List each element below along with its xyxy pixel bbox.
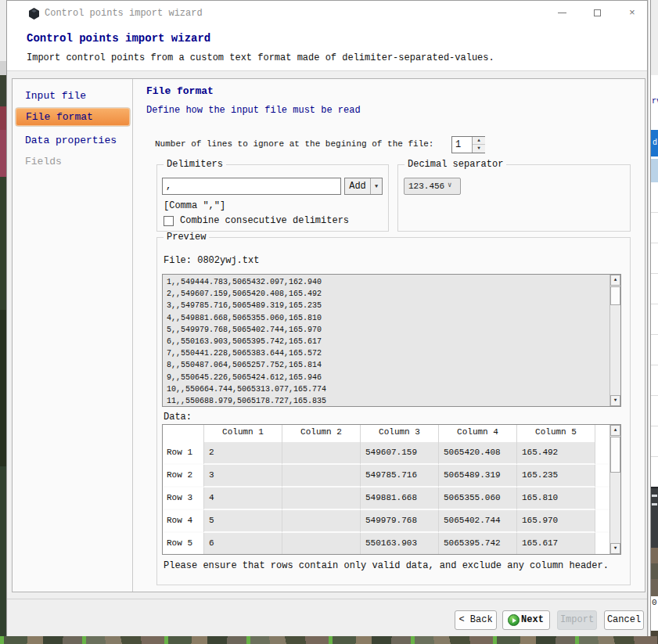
spinner-up-icon[interactable]: ▲ (473, 137, 485, 145)
titlebar[interactable]: Control points import wizard × (7, 1, 647, 26)
table-cell: 5065355.060 (439, 487, 517, 510)
table-cell (282, 510, 361, 533)
parsed-data-table[interactable]: Column 1 Column 2 Column 3 Column 4 Colu… (162, 424, 621, 555)
sidebar-item-data-properties[interactable]: Data properties (25, 135, 117, 146)
next-button-label: Next (521, 614, 544, 625)
combine-delimiters-checkbox[interactable] (164, 216, 174, 226)
table-scrollbar[interactable]: ▲ ▼ (609, 425, 620, 554)
column-header: Column 4 (439, 425, 517, 442)
column-header: Column 5 (517, 425, 595, 442)
background-selected-row: d (651, 130, 658, 157)
row-label: Row 2 (163, 465, 204, 487)
table-cell: 550163.903 (361, 533, 439, 554)
ignore-lines-value: 1 (455, 139, 461, 150)
cancel-button[interactable]: Cancel (604, 610, 644, 630)
raw-file-preview[interactable]: 1,,549444.783,5065432.097,162.940 2,,549… (162, 274, 621, 407)
table-corner-cell (163, 425, 204, 442)
decimal-separator-dropdown[interactable]: 123.456 ∨ (404, 178, 461, 195)
preview-line: 7,,550441.228,5065383.644,165.572 (167, 347, 609, 359)
preview-line: 10,,550664.744,5065313.077,165.774 (167, 383, 609, 395)
table-row: Row 2 3 549785.716 5065489.319 165.235 (163, 465, 609, 487)
background-text-fragment: rv (652, 97, 658, 106)
decimal-separator-group-label: Decimal separator (405, 159, 506, 170)
ignore-lines-spinner[interactable]: 1 ▲ ▼ (451, 136, 485, 153)
maximize-button[interactable] (586, 5, 608, 22)
table-row: Row 3 4 549881.668 5065355.060 165.810 (163, 487, 609, 510)
background-photo-thumbnail (651, 548, 658, 596)
table-cell: 5 (204, 510, 282, 533)
ignore-lines-label: Number of lines to ignore at the beginin… (155, 139, 433, 149)
row-label: Row 3 (163, 487, 204, 510)
scroll-up-icon[interactable]: ▲ (610, 275, 620, 286)
background-thumbnail-strip (0, 636, 658, 644)
maximize-icon (594, 9, 601, 16)
file-format-page: File format Define how the input file mu… (133, 79, 646, 592)
wizard-header: Control points import wizard Import cont… (7, 26, 647, 71)
window-title: Control points import wizard (45, 8, 203, 19)
table-header-row: Column 1 Column 2 Column 3 Column 4 Colu… (163, 425, 609, 442)
preview-line: 8,,550487.064,5065257.752,165.814 (167, 359, 609, 371)
table-cell (282, 487, 361, 510)
table-row: Row 1 2 549607.159 5065420.408 165.492 (163, 442, 609, 465)
scroll-down-icon[interactable]: ▼ (610, 543, 620, 554)
preview-line: 3,,549785.716,5065489.319,165.235 (167, 300, 609, 311)
wizard-subtitle: Import control points from a custom text… (27, 52, 494, 63)
preview-line: 4,,549881.668,5065355.060,165.810 (167, 312, 609, 324)
raw-file-lines: 1,,549444.783,5065432.097,162.940 2,,549… (163, 275, 609, 406)
wizard-steps-sidebar: Input file File format Data properties F… (13, 79, 133, 592)
table-scrollbar-thumb[interactable] (610, 437, 620, 473)
preview-groupbox: Preview File: 0802ywj.txt 1,,549444.783,… (156, 237, 631, 585)
close-button[interactable]: × (621, 5, 643, 22)
table-cell: 6 (204, 533, 282, 554)
table-cell: 549881.668 (361, 487, 439, 510)
add-delimiter-button[interactable]: Add ▼ (344, 178, 383, 195)
table-cell: 549979.768 (361, 510, 439, 533)
decimal-separator-value: 123.456 (405, 178, 448, 194)
table-cell: 165.617 (517, 533, 595, 554)
active-delimiters-list: [Comma ","] (164, 200, 225, 211)
table-cell: 4 (204, 487, 282, 510)
validation-note: Please ensure that rows contain only val… (164, 560, 609, 571)
preview-line: 6,,550163.903,5065395.742,165.617 (167, 336, 609, 347)
preview-line: 11,,550688.979,5065178.727,165.835 (167, 395, 609, 406)
preview-scrollbar-thumb[interactable] (610, 286, 620, 305)
table-cell: 549607.159 (361, 442, 439, 465)
dialog-button-bar: < Back Next Import Cancel (7, 592, 647, 636)
delimiters-groupbox: Delimiters Add ▼ [Comma ","] Combine con… (156, 164, 389, 232)
combine-delimiters-label: Combine consecutive delimiters (180, 215, 349, 226)
preview-line: 2,,549607.159,5065420.408,165.492 (167, 288, 609, 300)
page-subtitle: Define how the input file must be read (146, 105, 361, 116)
delimiters-group-label: Delimiters (164, 159, 226, 170)
background-highlight-row (651, 159, 658, 182)
table-cell: 165.810 (517, 487, 595, 510)
table-cell: 5065489.319 (439, 465, 517, 487)
table-cell (282, 533, 361, 554)
background-thumbnail-bar (651, 487, 658, 548)
delimiter-input[interactable] (162, 178, 341, 195)
next-button[interactable]: Next (502, 610, 550, 630)
table-cell: 3 (204, 465, 282, 487)
sidebar-item-file-format[interactable]: File format (15, 107, 131, 127)
back-button[interactable]: < Back (455, 610, 497, 630)
import-button-disabled: Import (557, 610, 597, 630)
scroll-up-icon[interactable]: ▲ (610, 425, 620, 436)
table-cell: 165.235 (517, 465, 595, 487)
minimize-button[interactable] (551, 5, 573, 22)
table-cell: 2 (204, 442, 282, 465)
column-header: Column 1 (204, 425, 282, 442)
add-dropdown-arrow-icon[interactable]: ▼ (370, 178, 382, 194)
add-button-label: Add (345, 178, 370, 194)
preview-scrollbar[interactable]: ▲ ▼ (609, 275, 620, 406)
table-row: Row 5 6 550163.903 5065395.742 165.617 (163, 533, 609, 554)
column-header: Column 2 (282, 425, 361, 442)
spinner-down-icon[interactable]: ▼ (473, 145, 485, 153)
sidebar-item-input-file[interactable]: Input file (25, 90, 86, 102)
table-cell: 165.492 (517, 442, 595, 465)
content-panel: Input file File format Data properties F… (12, 78, 645, 592)
preview-group-label: Preview (164, 232, 209, 243)
table-cell: 5065402.744 (439, 510, 517, 533)
dropdown-chevron-icon: ∨ (448, 178, 460, 194)
scroll-down-icon[interactable]: ▼ (610, 395, 620, 406)
preview-file-label: File: 0802ywj.txt (164, 255, 259, 266)
preview-line: 9,,550645.226,5065424.612,165.946 (167, 372, 609, 383)
